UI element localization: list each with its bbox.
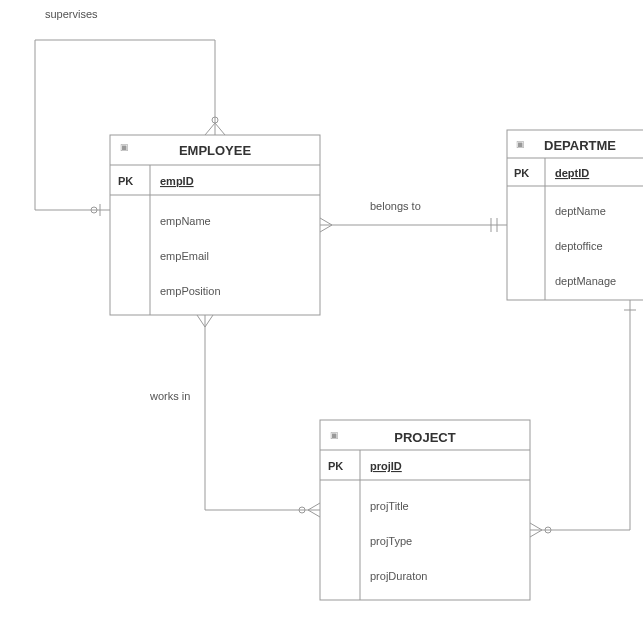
entity-employee-attr: empPosition <box>160 285 221 297</box>
entity-project-pk: projID <box>370 460 402 472</box>
entity-department-pk: deptID <box>555 167 589 179</box>
entity-project: ▣ PROJECT PK projID projTitle projType p… <box>320 420 530 600</box>
entity-project-pk-label: PK <box>328 460 343 472</box>
entity-employee-attr: empEmail <box>160 250 209 262</box>
entity-project-title: PROJECT <box>394 430 455 445</box>
er-diagram-canvas: supervises belongs to works in ▣ EMPLOY <box>0 0 643 625</box>
relationship-supervises-label: supervises <box>45 8 98 20</box>
relationship-belongs-to: belongs to <box>320 200 507 232</box>
collapse-icon: ▣ <box>120 142 129 152</box>
entity-department-attr: deptoffice <box>555 240 603 252</box>
entity-employee: ▣ EMPLOYEE PK empID empName empEmail emp… <box>110 135 320 315</box>
collapse-icon: ▣ <box>330 430 339 440</box>
entity-department-attr: deptManage <box>555 275 616 287</box>
relationship-dept-project <box>530 300 636 537</box>
entity-project-attr: projTitle <box>370 500 409 512</box>
entity-employee-pk-label: PK <box>118 175 133 187</box>
relationship-works-in-label: works in <box>149 390 190 402</box>
entity-employee-attr: empName <box>160 215 211 227</box>
entity-project-attr: projDuraton <box>370 570 427 582</box>
relationship-works-in: works in <box>149 315 320 517</box>
entity-department-pk-label: PK <box>514 167 529 179</box>
entity-employee-title: EMPLOYEE <box>179 143 252 158</box>
entity-department: ▣ DEPARTME PK deptID deptName deptoffice… <box>507 130 643 300</box>
collapse-icon: ▣ <box>516 139 525 149</box>
entity-employee-pk: empID <box>160 175 194 187</box>
relationship-belongs-to-label: belongs to <box>370 200 421 212</box>
entity-department-attr: deptName <box>555 205 606 217</box>
entity-department-title: DEPARTME <box>544 138 616 153</box>
entity-project-attr: projType <box>370 535 412 547</box>
